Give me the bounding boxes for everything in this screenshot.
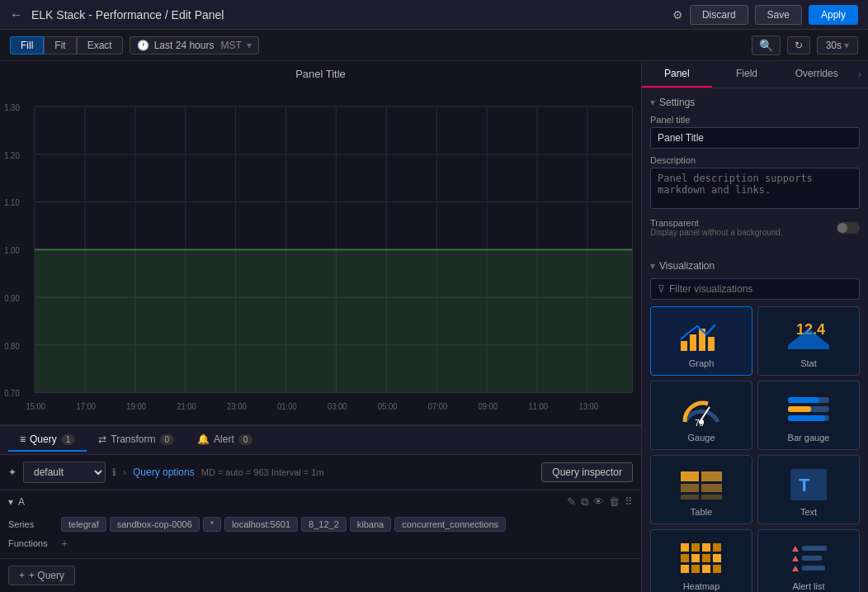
svg-text:03:00: 03:00 bbox=[328, 401, 347, 411]
functions-label: Functions bbox=[8, 538, 58, 548]
stat-label: Stat bbox=[765, 358, 852, 368]
svg-text:0.80: 0.80 bbox=[4, 341, 20, 351]
info-icon[interactable]: ℹ bbox=[112, 466, 116, 478]
back-icon[interactable]: ← bbox=[10, 7, 23, 22]
svg-rect-50 bbox=[788, 397, 819, 403]
transparent-row: Transparent Display panel without a back… bbox=[650, 218, 860, 237]
description-label: Description bbox=[650, 155, 860, 165]
viz-card-alertlist[interactable]: Alert list bbox=[757, 529, 860, 592]
svg-text:11:00: 11:00 bbox=[529, 401, 549, 411]
svg-text:1.30: 1.30 bbox=[4, 102, 20, 112]
datasource-icon: ✦ bbox=[8, 466, 17, 478]
series-duplicate-icon[interactable]: ⧉ bbox=[581, 495, 588, 509]
series-tag-kibana[interactable]: kibana bbox=[350, 517, 391, 532]
tab-alert[interactable]: 🔔 Alert 0 bbox=[186, 429, 264, 452]
series-tag-version[interactable]: 8_12_2 bbox=[301, 517, 347, 532]
viz-card-table[interactable]: Table bbox=[650, 455, 752, 524]
svg-rect-54 bbox=[788, 415, 825, 421]
series-drag-icon[interactable]: ⠿ bbox=[625, 495, 633, 509]
page-title: ELK Stack - Performance / Edit Panel bbox=[31, 8, 224, 21]
svg-text:15:00: 15:00 bbox=[26, 401, 46, 411]
fill-button[interactable]: Fill bbox=[10, 36, 44, 54]
datasource-select[interactable]: default bbox=[23, 462, 106, 483]
svg-text:05:00: 05:00 bbox=[378, 401, 398, 411]
refresh-button[interactable]: ↻ bbox=[787, 36, 810, 54]
query-inspector-button[interactable]: Query inspector bbox=[541, 462, 633, 482]
description-textarea[interactable] bbox=[650, 168, 860, 209]
settings-header[interactable]: ▾ Settings bbox=[650, 97, 860, 108]
settings-label: Settings bbox=[659, 97, 695, 108]
query-options-link[interactable]: Query options bbox=[133, 466, 195, 478]
panel-expand-icon[interactable]: › bbox=[851, 62, 868, 87]
series-label: Series bbox=[8, 519, 58, 529]
viz-card-stat[interactable]: 12.4 Stat bbox=[757, 306, 860, 376]
series-tag-telegraf[interactable]: telegraf bbox=[61, 517, 106, 532]
query-section: ✦ default ℹ › Query options MD = auto = … bbox=[0, 455, 641, 490]
svg-rect-57 bbox=[681, 484, 699, 492]
visualization-header[interactable]: ▾ Visualization bbox=[650, 260, 860, 272]
right-panel: Panel Field Overrides › ▾ Settings Panel… bbox=[641, 61, 868, 592]
series-delete-icon[interactable]: 🗑 bbox=[609, 495, 620, 509]
viz-card-gauge[interactable]: 79 Gauge bbox=[650, 381, 752, 450]
tab-field[interactable]: Field bbox=[712, 61, 782, 88]
series-collapse[interactable]: ▾ A bbox=[8, 496, 25, 508]
add-function-button[interactable]: + bbox=[61, 537, 68, 550]
series-section: ▾ A ✎ ⧉ 👁 🗑 ⠿ Series telegraf sandbox-co… bbox=[0, 490, 641, 558]
series-actions: ✎ ⧉ 👁 🗑 ⠿ bbox=[567, 495, 633, 509]
series-chevron-icon: ▾ bbox=[8, 496, 13, 508]
svg-text:23:00: 23:00 bbox=[227, 401, 247, 411]
fit-button[interactable]: Fit bbox=[44, 36, 76, 54]
discard-button[interactable]: Discard bbox=[690, 5, 748, 25]
settings-icon[interactable]: ⚙ bbox=[672, 8, 683, 21]
series-tag-wildcard[interactable]: * bbox=[203, 517, 221, 532]
zoom-out-button[interactable]: 🔍 bbox=[752, 36, 781, 55]
graph-label: Graph bbox=[658, 358, 745, 368]
graph-icon bbox=[658, 314, 745, 355]
svg-rect-68 bbox=[691, 554, 700, 562]
svg-marker-39 bbox=[35, 249, 633, 392]
tab-query[interactable]: ≡ Query 1 bbox=[8, 429, 87, 452]
svg-rect-72 bbox=[691, 565, 700, 573]
interval-picker[interactable]: 30s ▾ bbox=[817, 36, 858, 54]
series-hide-icon[interactable]: 👁 bbox=[593, 495, 604, 509]
svg-rect-59 bbox=[681, 495, 699, 500]
svg-text:79: 79 bbox=[695, 419, 705, 428]
gauge-label: Gauge bbox=[658, 433, 745, 443]
viz-filter-input[interactable] bbox=[669, 283, 852, 295]
view-mode-group: Fill Fit Exact bbox=[10, 36, 123, 54]
svg-rect-73 bbox=[702, 565, 710, 573]
settings-chevron-icon: ▾ bbox=[650, 97, 655, 108]
viz-card-heatmap[interactable]: Heatmap bbox=[650, 529, 752, 592]
apply-button[interactable]: Apply bbox=[809, 5, 858, 25]
chart-container: 1.30 1.20 1.10 1.00 0.90 0.80 0.70 15:00… bbox=[0, 87, 641, 424]
add-query-icon: + bbox=[19, 570, 25, 581]
exact-button[interactable]: Exact bbox=[77, 36, 123, 54]
viz-card-text[interactable]: T Text bbox=[757, 455, 860, 524]
save-button[interactable]: Save bbox=[755, 5, 802, 25]
series-title: A bbox=[18, 496, 25, 508]
viz-card-graph[interactable]: Graph bbox=[650, 306, 752, 376]
alert-tab-label: Alert bbox=[214, 433, 234, 445]
panel-title-label: Panel title bbox=[650, 115, 860, 125]
time-picker[interactable]: 🕐 Last 24 hours MST ▾ bbox=[130, 36, 259, 54]
series-tag-host[interactable]: localhost:5601 bbox=[224, 517, 298, 532]
svg-rect-58 bbox=[701, 484, 722, 492]
query-tab-icon: ≡ bbox=[20, 433, 26, 445]
toggle-knob bbox=[837, 223, 847, 233]
svg-rect-55 bbox=[681, 471, 699, 481]
tab-overrides[interactable]: Overrides bbox=[781, 61, 851, 88]
svg-marker-75 bbox=[792, 546, 799, 552]
transparent-toggle[interactable] bbox=[837, 222, 860, 234]
text-icon: T bbox=[765, 462, 852, 504]
svg-text:0.70: 0.70 bbox=[4, 389, 20, 399]
add-query-button[interactable]: + + Query bbox=[8, 566, 75, 585]
viz-chevron-icon: ▾ bbox=[650, 260, 655, 272]
tab-transform[interactable]: ⇄ Transform 0 bbox=[87, 429, 186, 452]
series-tag-sandbox[interactable]: sandbox-cop-0006 bbox=[110, 517, 200, 532]
tab-panel[interactable]: Panel bbox=[642, 61, 712, 88]
series-tag-connections[interactable]: concurrent_connections bbox=[394, 517, 506, 532]
viz-card-bargauge[interactable]: Bar gauge bbox=[757, 381, 860, 450]
series-edit-icon[interactable]: ✎ bbox=[567, 495, 576, 509]
panel-title-input[interactable] bbox=[650, 127, 860, 149]
viz-filter[interactable]: ⊽ bbox=[650, 278, 860, 300]
